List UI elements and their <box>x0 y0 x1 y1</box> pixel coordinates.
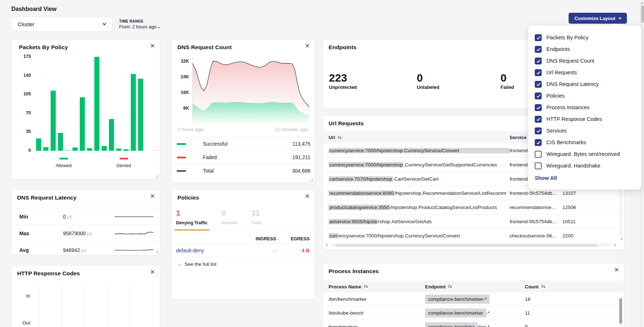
menu-item-wireguard-handshake[interactable]: Wireguard. Handshake <box>535 160 635 172</box>
widget-title: HTTP Response Codes <box>17 270 80 277</box>
count-cell: 13107 <box>562 190 624 196</box>
show-all-link[interactable]: Show All <box>535 175 635 181</box>
menu-item-endpoints[interactable]: Endpoints <box>535 43 635 55</box>
close-icon[interactable]: × <box>150 268 155 276</box>
checkbox-unchecked-icon[interactable] <box>535 151 542 158</box>
menu-item-dns-request-count[interactable]: DNS Request Count <box>535 55 635 67</box>
table-row[interactable]: currencyservice:7000/hipstershop.Currenc… <box>323 229 624 243</box>
column-header-count[interactable]: Count <box>525 284 624 289</box>
policies-tab-denying-traffic[interactable]: 1Denying Traffic <box>176 209 208 225</box>
checkbox-checked-icon[interactable] <box>535 116 542 123</box>
allowed-bar <box>131 74 136 151</box>
tab-count: 1 <box>176 209 208 217</box>
table-row[interactable]: /bin/kube-benchcompliance-benchmarker-*1… <box>323 306 624 320</box>
chevron-down-icon <box>103 22 106 25</box>
policies-tab-total[interactable]: 31Total <box>251 209 262 225</box>
check-icon <box>537 140 540 144</box>
scrollbar-thumb[interactable] <box>335 244 597 247</box>
close-icon[interactable]: × <box>150 192 155 200</box>
legend-value: 113,475 <box>292 141 310 147</box>
successful-area <box>193 102 309 124</box>
chevron-down-icon <box>619 16 621 19</box>
checkbox-checked-icon[interactable] <box>535 92 542 99</box>
column-header-process-name[interactable]: Process Name <box>329 284 425 289</box>
scroll-left-arrow[interactable]: ◂ <box>326 244 327 247</box>
menu-item-label: Wireguard. Bytes sent/received <box>546 151 620 157</box>
policy-row: default-deny – 4 B <box>176 244 310 257</box>
endpoint-stat: 0Unlabeled <box>417 72 439 90</box>
menu-item-process-instances[interactable]: Process Instances <box>535 102 635 113</box>
menu-item-url-requests[interactable]: Url Requests <box>535 67 635 78</box>
table-row[interactable]: /bin/benchmarkercompliance-benchmarker-*… <box>323 292 624 306</box>
checkbox-checked-icon[interactable] <box>535 34 542 41</box>
vertical-scrollbar[interactable] <box>619 297 622 327</box>
resize-handle[interactable] <box>156 251 158 253</box>
count-cell: 10511 <box>562 219 624 224</box>
sort-icon <box>541 284 545 289</box>
menu-item-wireguard-bytes-sent-received[interactable]: Wireguard. Bytes sent/received <box>535 148 635 160</box>
menu-item-http-response-codes[interactable]: HTTP Response Codes <box>535 113 635 125</box>
widget-title: Policies <box>177 194 199 201</box>
scrollbar-thumb[interactable] <box>619 298 622 324</box>
resize-handle[interactable] <box>156 175 158 177</box>
checkbox-checked-icon[interactable] <box>535 69 542 76</box>
y-tick-label: 32K <box>175 59 189 64</box>
customize-layout-button[interactable]: Customize Layout <box>569 13 627 24</box>
allowed-bar <box>43 147 48 151</box>
tab-label: Denying Traffic <box>176 220 208 225</box>
checkbox-checked-icon[interactable] <box>535 46 542 53</box>
y-tick-label: 105 <box>18 91 31 96</box>
checkbox-checked-icon[interactable] <box>535 81 542 88</box>
horizontal-scrollbar[interactable]: ◂ ▸ <box>326 243 616 247</box>
close-icon[interactable]: × <box>614 266 619 274</box>
column-header-url[interactable]: Url <box>329 135 510 140</box>
legend-item: Allowed <box>56 154 72 168</box>
y-tick-label: 8K <box>175 106 189 111</box>
close-icon[interactable]: × <box>150 42 155 50</box>
stat-value: 0 <box>500 72 514 84</box>
checkbox-checked-icon[interactable] <box>535 58 542 64</box>
latency-value: 95879000µs <box>63 231 92 236</box>
scrollbar-thumb[interactable] <box>641 5 644 23</box>
menu-item-label: Url Requests <box>546 70 577 75</box>
active-tab-underline <box>174 229 209 231</box>
policies-tab-unused[interactable]: 0Unused <box>221 209 237 225</box>
checkbox-checked-icon[interactable] <box>535 127 542 134</box>
tab-count: 31 <box>251 209 262 217</box>
scroll-up-arrow[interactable]: ▴ <box>641 1 643 4</box>
column-header-endpoint[interactable]: Endpoint <box>425 284 525 289</box>
table-row[interactable]: adservice:9555/hipstershop.AdService/Get… <box>323 214 624 229</box>
tab-label: Unused <box>221 220 237 225</box>
sparkline <box>114 212 154 221</box>
see-full-list-link[interactable]: →See the full list <box>177 261 216 267</box>
checkbox-unchecked-icon[interactable] <box>535 162 542 169</box>
menu-item-policies[interactable]: Policies <box>535 90 635 102</box>
time-range-value[interactable]: From: 2 hours ago <box>119 24 160 29</box>
checkbox-checked-icon[interactable] <box>535 139 542 146</box>
menu-item-cis-benchmarks[interactable]: CIS Benchmarks <box>535 137 635 148</box>
menu-item-dns-request-latency[interactable]: DNS Request Latency <box>535 78 635 90</box>
policy-link[interactable]: default-deny <box>176 248 204 253</box>
table-row[interactable]: benchmarkercompliance-benchmarker-*9 <box>323 320 624 327</box>
legend-name: Successful <box>203 141 228 147</box>
resize-handle[interactable] <box>310 178 313 181</box>
menu-item-packets-by-policy[interactable]: Packets By Policy <box>535 32 635 43</box>
scroll-right-arrow[interactable]: ▸ <box>614 244 616 247</box>
close-icon[interactable]: × <box>305 42 310 50</box>
y-tick-label: 35 <box>18 129 31 134</box>
tab-count: 0 <box>221 209 237 217</box>
table-row[interactable]: productcatalogservice:3550/hipstershop.P… <box>323 200 624 214</box>
checkbox-checked-icon[interactable] <box>535 104 542 111</box>
check-icon <box>537 59 540 63</box>
menu-item-services[interactable]: Services <box>535 125 635 137</box>
dns-legend: Successful113,475Failed191,211Total304,6… <box>172 137 315 177</box>
close-icon[interactable]: × <box>305 192 310 200</box>
menu-item-label: Services <box>546 128 567 134</box>
latency-label: Min <box>19 214 63 220</box>
check-icon <box>537 47 540 51</box>
legend-row: Total304,686 <box>172 164 315 177</box>
view-select[interactable]: Cluster <box>11 17 113 32</box>
x-axis-start-label: 2 hours ago <box>177 127 203 132</box>
scroll-down-arrow[interactable]: ▾ <box>621 238 622 241</box>
stat-label: Failed <box>500 84 514 90</box>
